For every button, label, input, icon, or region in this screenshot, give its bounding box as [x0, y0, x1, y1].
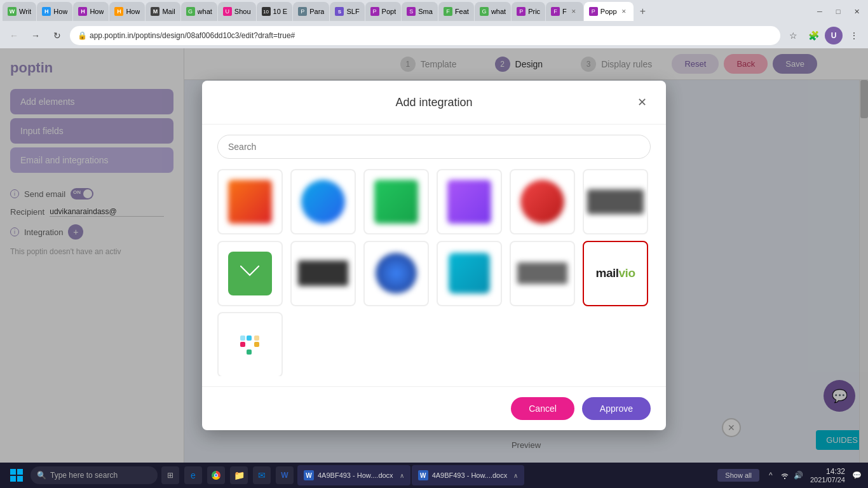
tab-16[interactable]: F F ✕ [546, 2, 583, 21]
tab-8[interactable]: 10 10 E [257, 2, 293, 21]
tab-favicon-16: F [551, 7, 560, 16]
integrations-grid: mailvio [217, 169, 651, 376]
secure-icon: 🔒 [78, 31, 87, 40]
tab-6[interactable]: G what [181, 2, 217, 21]
mail-taskbar[interactable]: ✉ [253, 466, 271, 484]
tab-close-16[interactable]: ✕ [569, 7, 578, 16]
tab-11[interactable]: P Popt [365, 2, 402, 21]
svg-rect-10 [17, 476, 23, 482]
integration-card-10[interactable] [437, 241, 502, 306]
tab-2[interactable]: H How [37, 2, 72, 21]
tab-1[interactable]: W Writ [3, 2, 36, 21]
integration-logo-8 [298, 261, 348, 286]
tab-title-8: 10 E [273, 8, 288, 15]
tab-7[interactable]: U Shou [218, 2, 256, 21]
taskbar-item-2[interactable]: W 4A9BF493 - How....docx ∧ [412, 465, 525, 485]
integration-card-11[interactable] [510, 241, 575, 306]
modal-close-button[interactable]: ✕ [633, 93, 651, 111]
integration-card-1[interactable] [217, 169, 283, 234]
taskbar-item-1[interactable]: W 4A9BF493 - How....docx ∧ [297, 465, 410, 485]
cancel-button[interactable]: Cancel [511, 397, 574, 420]
tab-3[interactable]: H How [73, 2, 109, 21]
integration-card-8[interactable] [290, 241, 356, 306]
profile-button[interactable]: U [825, 27, 843, 44]
integration-card-7[interactable] [217, 241, 283, 306]
close-window-button[interactable]: ✕ [848, 3, 865, 20]
settings-icon[interactable]: ⋮ [845, 27, 863, 44]
volume-icon[interactable]: 🔊 [792, 469, 805, 482]
tab-title-12: Sma [418, 8, 433, 15]
integration-logo-1 [228, 180, 272, 224]
clock[interactable]: 14:32 2021/07/24 [810, 467, 845, 484]
mail-icon: ✉ [258, 470, 266, 480]
approve-button[interactable]: Approve [582, 397, 651, 420]
svg-rect-7 [10, 469, 16, 475]
taskbar-search-label: Type here to search [50, 471, 118, 480]
tab-favicon-4: H [114, 7, 123, 16]
tab-title-16: F [562, 8, 567, 15]
mailvio-logo-text: mailvio [596, 266, 635, 280]
integration-card-slack[interactable] [217, 312, 283, 376]
integration-card-5[interactable] [510, 169, 575, 234]
network-icon[interactable] [778, 469, 791, 482]
edge-browser-taskbar[interactable]: e [184, 466, 202, 484]
chrome-taskbar[interactable] [207, 466, 225, 484]
tab-title-10: SLF [346, 8, 359, 15]
clock-time: 14:32 [826, 467, 845, 476]
tab-favicon-6: G [186, 7, 195, 16]
tab-favicon-3: H [78, 7, 87, 16]
tab-title-1: Writ [19, 8, 31, 15]
integration-card-mailvio[interactable]: mailvio [583, 241, 648, 306]
tab-9[interactable]: P Para [293, 2, 329, 21]
tab-4[interactable]: H How [109, 2, 145, 21]
tab-title-4: How [126, 8, 140, 15]
integration-card-4[interactable] [437, 169, 502, 234]
tab-close-17[interactable]: ✕ [620, 7, 628, 16]
word-taskbar[interactable]: W [276, 466, 294, 484]
extensions-icon[interactable]: 🧩 [804, 27, 822, 44]
new-tab-button[interactable]: + [634, 3, 652, 20]
integration-search-input[interactable] [217, 135, 651, 159]
tab-favicon-2: H [42, 7, 51, 16]
integration-card-2[interactable] [290, 169, 356, 234]
edge-icon: e [191, 470, 196, 480]
task-view-button[interactable]: ⊞ [161, 466, 179, 484]
tab-17[interactable]: P Popp ✕ [584, 2, 634, 21]
integration-logo-6 [587, 189, 644, 215]
integration-card-6[interactable] [583, 169, 648, 234]
tab-14[interactable]: G what [475, 2, 511, 21]
file-explorer-taskbar[interactable]: 📁 [230, 466, 248, 484]
svg-rect-6 [254, 336, 259, 341]
tab-12[interactable]: S Sma [402, 2, 438, 21]
chevron-up-icon[interactable]: ^ [764, 469, 777, 482]
tab-title-13: Feat [455, 8, 469, 15]
modal-body: mailvio [202, 125, 666, 386]
maximize-button[interactable]: □ [829, 3, 847, 20]
svg-rect-5 [240, 336, 245, 341]
tab-5[interactable]: M Mail [146, 2, 180, 21]
word-icon: W [281, 471, 288, 480]
minimize-button[interactable]: ─ [811, 3, 829, 20]
tab-15[interactable]: P Pric [512, 2, 545, 21]
taskbar-search[interactable]: 🔍 Type here to search [31, 466, 158, 484]
start-button[interactable] [5, 465, 28, 485]
tab-favicon-15: P [517, 7, 526, 16]
url-bar[interactable]: 🔒 app.poptin.in/poptins/design/08af006dd… [70, 26, 780, 45]
bookmarks-icon[interactable]: ☆ [784, 27, 802, 44]
tab-title-14: what [491, 8, 506, 15]
tab-13[interactable]: F Feat [438, 2, 474, 21]
tab-favicon-8: 10 [262, 7, 271, 16]
show-all-button[interactable]: Show all [717, 469, 759, 482]
integration-card-3[interactable] [363, 169, 429, 234]
tab-10[interactable]: S SLF [330, 2, 364, 21]
taskbar-items: W 4A9BF493 - How....docx ∧ W 4A9BF493 - … [297, 465, 715, 485]
reload-button[interactable]: ↻ [48, 27, 66, 44]
modal-header: Add integration ✕ [202, 81, 666, 125]
integration-card-9[interactable] [363, 241, 429, 306]
tab-favicon-14: G [480, 7, 489, 16]
back-nav-button[interactable]: ← [5, 27, 23, 44]
forward-nav-button[interactable]: → [27, 27, 44, 44]
task-view-icon: ⊞ [167, 471, 173, 480]
integration-logo-7 [228, 252, 272, 295]
notifications-icon[interactable]: 💬 [850, 469, 863, 482]
